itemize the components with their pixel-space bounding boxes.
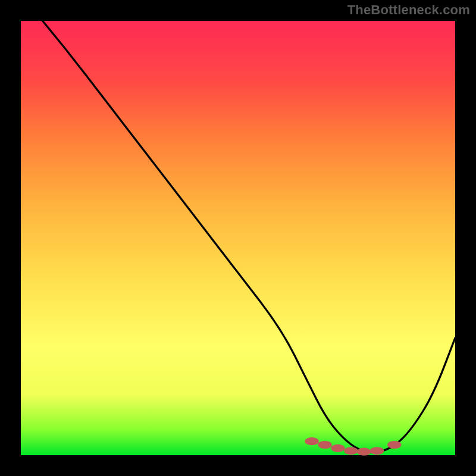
bottleneck-curve: [43, 21, 456, 452]
curve-marker: [357, 448, 371, 456]
plot-area: [21, 21, 455, 455]
watermark-text: TheBottleneck.com: [347, 2, 470, 18]
curve-marker: [331, 444, 345, 452]
curve-marker: [318, 441, 331, 449]
curve-marker: [370, 447, 384, 455]
curve-marker: [387, 441, 401, 449]
curve-marker: [305, 437, 318, 445]
curve-marker: [344, 447, 358, 455]
curve-svg: [21, 21, 455, 455]
chart-frame: TheBottleneck.com: [0, 0, 476, 476]
